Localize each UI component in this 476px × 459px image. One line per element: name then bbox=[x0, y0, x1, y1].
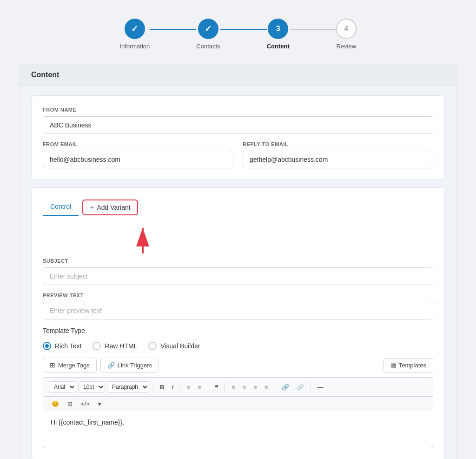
from-email-col: FROM EMAIL bbox=[43, 141, 233, 168]
step-label-content: Content bbox=[267, 43, 290, 50]
editor-toolbar-row1: Arial 10pt Paragraph B I ≡ ≡ ❝ bbox=[43, 377, 433, 397]
link-triggers-icon: 🔗 bbox=[107, 362, 115, 369]
variant-section: Control + Add Variant bbox=[31, 187, 445, 459]
merge-tags-icon: ⊞ bbox=[50, 361, 55, 369]
font-size-select[interactable]: 10pt bbox=[78, 381, 105, 392]
separator-3 bbox=[208, 383, 208, 391]
merge-tags-label: Merge Tags bbox=[58, 362, 90, 369]
separator-5 bbox=[275, 383, 275, 391]
subject-label: SUBJECT bbox=[43, 258, 433, 264]
subject-input[interactable] bbox=[43, 267, 433, 285]
step-review[interactable]: 4 Review bbox=[336, 19, 357, 50]
toolbar-left: ⊞ Merge Tags 🔗 Link Triggers bbox=[43, 358, 159, 373]
rich-text-editor: Arial 10pt Paragraph B I ≡ ≡ ❝ bbox=[43, 377, 433, 448]
templates-button[interactable]: ▦ Templates bbox=[383, 358, 433, 373]
ordered-list-button[interactable]: ≡ bbox=[195, 382, 205, 392]
separator-6 bbox=[311, 383, 311, 391]
unordered-list-button[interactable]: ≡ bbox=[184, 382, 193, 392]
add-variant-label: Add Variant bbox=[97, 204, 130, 211]
step-content[interactable]: 3 Content bbox=[267, 19, 290, 50]
horizontal-rule-button[interactable]: — bbox=[315, 382, 326, 392]
remove-link-button[interactable]: 🔗 bbox=[294, 382, 307, 392]
templates-label: Templates bbox=[399, 362, 426, 369]
tab-control[interactable]: Control bbox=[43, 199, 79, 216]
more-button[interactable]: ▾ bbox=[95, 399, 104, 408]
editor-content-area[interactable]: Hi {{contact_first_name}}, bbox=[43, 411, 433, 448]
main-card: Content FROM NAME FROM EMAIL REPLY-TO EM… bbox=[20, 64, 456, 459]
reply-to-input[interactable] bbox=[243, 151, 433, 168]
tabs-bar: Control + Add Variant bbox=[43, 199, 433, 216]
step-circle-content: 3 bbox=[268, 19, 288, 39]
reply-to-label: REPLY-TO EMAIL bbox=[243, 141, 433, 147]
step-circle-review: 4 bbox=[336, 19, 357, 39]
templates-icon: ▦ bbox=[390, 362, 396, 369]
step-contacts[interactable]: ✓ Contacts bbox=[196, 19, 220, 50]
radio-raw-html-label: Raw HTML bbox=[105, 342, 137, 350]
editor-toolbar-row2: 😊 ⊞ </> ▾ bbox=[43, 397, 433, 411]
reply-to-col: REPLY-TO EMAIL bbox=[243, 141, 433, 168]
link-triggers-label: Link Triggers bbox=[118, 362, 152, 369]
bold-button[interactable]: B bbox=[157, 382, 167, 392]
card-title: Content bbox=[31, 71, 59, 79]
action-toolbar-row: ⊞ Merge Tags 🔗 Link Triggers ▦ Templates bbox=[43, 358, 433, 373]
align-left-button[interactable]: ≡ bbox=[229, 382, 238, 392]
radio-rich-text-label: Rich Text bbox=[55, 342, 81, 350]
emoji-button[interactable]: 😊 bbox=[49, 399, 62, 408]
step-information[interactable]: ✓ Information bbox=[119, 19, 150, 50]
card-header: Content bbox=[20, 64, 456, 86]
blockquote-button[interactable]: ❝ bbox=[212, 382, 221, 392]
italic-button[interactable]: I bbox=[169, 382, 176, 392]
plus-icon: + bbox=[90, 203, 94, 212]
subject-field: SUBJECT bbox=[43, 258, 433, 285]
link-triggers-button[interactable]: 🔗 Link Triggers bbox=[100, 358, 159, 373]
step-circle-information: ✓ bbox=[125, 19, 145, 39]
step-label-contacts: Contacts bbox=[196, 43, 220, 50]
from-name-input[interactable] bbox=[43, 116, 433, 134]
align-justify-button[interactable]: ≡ bbox=[262, 382, 271, 392]
sender-info-section: FROM NAME FROM EMAIL REPLY-TO EMAIL bbox=[31, 95, 445, 180]
add-variant-button[interactable]: + Add Variant bbox=[82, 200, 138, 215]
email-row: FROM EMAIL REPLY-TO EMAIL bbox=[43, 141, 433, 168]
editor-content-text: Hi {{contact_first_name}}, bbox=[51, 419, 124, 426]
separator-2 bbox=[180, 383, 180, 391]
font-family-select[interactable]: Arial bbox=[49, 381, 76, 392]
code-button[interactable]: </> bbox=[78, 399, 93, 408]
preview-text-field: PREVIEW TEXT bbox=[43, 293, 433, 319]
connector-1 bbox=[150, 29, 196, 30]
merge-tags-button[interactable]: ⊞ Merge Tags bbox=[43, 358, 97, 373]
template-type-options: Rich Text Raw HTML Visual Builder bbox=[43, 342, 433, 350]
from-name-field: FROM NAME bbox=[43, 107, 433, 134]
preview-text-input[interactable] bbox=[43, 302, 433, 319]
radio-rich-text-circle bbox=[43, 342, 51, 350]
from-email-input[interactable] bbox=[43, 151, 233, 168]
insert-link-button[interactable]: 🔗 bbox=[279, 382, 292, 392]
stepper: ✓ Information ✓ Contacts 3 Content 4 Rev… bbox=[9, 9, 467, 64]
radio-visual-builder-circle bbox=[148, 342, 157, 350]
from-name-label: FROM NAME bbox=[43, 107, 433, 113]
step-label-information: Information bbox=[119, 43, 150, 50]
table-button[interactable]: ⊞ bbox=[65, 399, 75, 408]
template-type-section: Template Type Rich Text Raw HTML Visual … bbox=[43, 327, 433, 350]
preview-text-label: PREVIEW TEXT bbox=[43, 293, 433, 298]
radio-visual-builder[interactable]: Visual Builder bbox=[148, 342, 200, 350]
from-email-label: FROM EMAIL bbox=[43, 141, 233, 147]
radio-rich-text[interactable]: Rich Text bbox=[43, 342, 81, 350]
align-right-button[interactable]: ≡ bbox=[251, 382, 260, 392]
step-circle-contacts: ✓ bbox=[198, 19, 218, 39]
radio-raw-html[interactable]: Raw HTML bbox=[93, 342, 137, 350]
arrow-annotation bbox=[43, 223, 433, 256]
paragraph-select[interactable]: Paragraph bbox=[107, 381, 149, 392]
red-arrow-svg bbox=[131, 223, 154, 256]
separator-4 bbox=[225, 383, 225, 391]
step-label-review: Review bbox=[336, 43, 356, 50]
connector-3 bbox=[290, 29, 336, 30]
template-type-label: Template Type bbox=[43, 327, 433, 334]
connector-2 bbox=[220, 29, 267, 30]
align-center-button[interactable]: ≡ bbox=[240, 382, 249, 392]
radio-raw-html-circle bbox=[93, 342, 101, 350]
radio-visual-builder-label: Visual Builder bbox=[160, 342, 200, 350]
separator-1 bbox=[153, 383, 153, 391]
card-body: FROM NAME FROM EMAIL REPLY-TO EMAIL Cont… bbox=[20, 86, 456, 459]
